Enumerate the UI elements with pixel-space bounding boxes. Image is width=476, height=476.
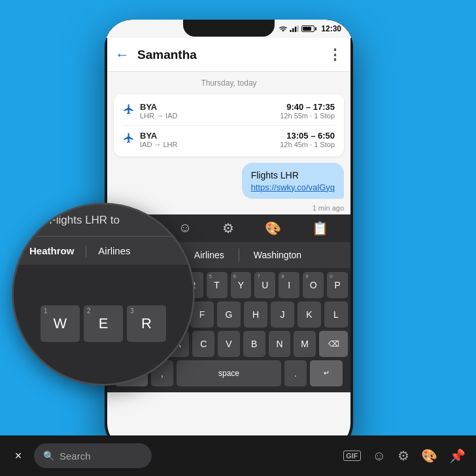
- bottom-close-icon: ×: [15, 449, 22, 463]
- magnify-key-row: 1W 2E 3R: [19, 305, 188, 342]
- key-l[interactable]: L: [324, 301, 348, 328]
- key-h[interactable]: H: [244, 301, 267, 328]
- key-m[interactable]: M: [294, 331, 316, 357]
- magnify-key-e[interactable]: 2E: [84, 305, 123, 342]
- app-header: ← Samantha ⋮: [107, 38, 350, 72]
- bottom-close-button[interactable]: ×: [10, 448, 26, 464]
- suggestion-divider-2: [239, 248, 239, 262]
- message-text: Flights LHR: [251, 169, 335, 182]
- key-j[interactable]: J: [271, 301, 294, 328]
- bottom-gif-icon[interactable]: GIF: [343, 450, 360, 461]
- key-k[interactable]: K: [298, 301, 321, 328]
- flight-row-2: BYA IAD → LHR 13:05 – 6:50 12h 45m · 1 S…: [123, 131, 335, 148]
- key-y[interactable]: 6Y: [231, 272, 252, 298]
- key-p[interactable]: 0P: [327, 272, 348, 298]
- status-time: 12:30: [321, 24, 341, 33]
- key-u[interactable]: 7U: [254, 272, 275, 298]
- flight-timing-2: 13:05 – 6:50 12h 45m · 1 Stop: [280, 131, 335, 148]
- status-icons: 12:30: [279, 24, 341, 33]
- magnify-search-icon: 🔍: [33, 215, 44, 226]
- bottom-search-bar: × 🔍 Search GIF ☺ ⚙ 🎨 📌: [0, 435, 476, 476]
- key-period[interactable]: .: [284, 360, 307, 386]
- key-v[interactable]: V: [218, 331, 240, 357]
- wifi-icon: [279, 26, 287, 32]
- back-button[interactable]: ←: [115, 46, 129, 63]
- phone-notch: [183, 20, 275, 37]
- battery-icon: [301, 26, 314, 32]
- key-n[interactable]: N: [269, 331, 291, 357]
- flight-airline-1: BYA: [140, 102, 275, 112]
- magnify-suggestions: Heathrow Airlines: [14, 236, 193, 265]
- key-g[interactable]: G: [217, 301, 241, 328]
- magnify-search-text: Flights LHR to: [49, 214, 185, 227]
- message-bubble: Flights LHR https://swky.co/valGyq: [242, 163, 344, 199]
- key-backspace[interactable]: ⌫: [319, 331, 348, 357]
- flight-info-1: BYA LHR → IAD: [140, 102, 275, 120]
- svg-point-0: [283, 31, 284, 31]
- message-container: Flights LHR https://swky.co/valGyq: [114, 163, 344, 201]
- magnify-close-icon[interactable]: ×: [22, 214, 27, 226]
- magnify-suggestion-heathrow[interactable]: Heathrow: [22, 243, 82, 259]
- magnify-content: × 🔍 Flights LHR to Heathrow Airlines 1W …: [14, 205, 193, 384]
- magnify-suggestion-airlines[interactable]: Airlines: [90, 243, 138, 259]
- key-o[interactable]: 9O: [303, 272, 324, 298]
- magnify-key-w[interactable]: 1W: [41, 305, 80, 342]
- svg-rect-2: [292, 28, 294, 32]
- flight-timing-1: 9:40 – 17:35 12h 55m · 1 Stop: [280, 102, 335, 120]
- magnify-key-r[interactable]: 3R: [127, 305, 166, 342]
- svg-rect-3: [295, 27, 297, 32]
- flight-row-1: BYA LHR → IAD 9:40 – 17:35 12h 55m · 1 S…: [123, 102, 335, 120]
- settings-icon[interactable]: ⚙: [222, 220, 234, 236]
- flight-duration-1: 12h 55m · 1 Stop: [280, 112, 335, 120]
- key-c[interactable]: C: [192, 331, 214, 357]
- flight-info-2: BYA IAD → LHR: [140, 131, 275, 148]
- magnify-circle: × 🔍 Flights LHR to Heathrow Airlines 1W …: [12, 203, 195, 386]
- palette-icon[interactable]: 🎨: [265, 220, 281, 236]
- flight-card[interactable]: BYA LHR → IAD 9:40 – 17:35 12h 55m · 1 S…: [114, 94, 344, 156]
- clipboard-icon[interactable]: 📋: [312, 220, 328, 236]
- suggestion-washington[interactable]: Washington: [245, 247, 311, 263]
- bottom-emoji-icon[interactable]: ☺: [373, 449, 386, 464]
- flight-time-2: 13:05 – 6:50: [280, 131, 335, 141]
- more-menu-icon[interactable]: ⋮: [328, 46, 343, 63]
- magnify-keys: 1W 2E 3R: [14, 265, 193, 384]
- svg-rect-4: [298, 26, 299, 32]
- signal-icon: [290, 26, 299, 32]
- airline-logo-2: [123, 132, 135, 147]
- flight-duration-2: 12h 45m · 1 Stop: [280, 141, 335, 148]
- bottom-settings-icon[interactable]: ⚙: [398, 448, 409, 464]
- airline-logo-1: [123, 103, 135, 118]
- bottom-pin-icon[interactable]: 📌: [449, 448, 466, 464]
- flight-time-1: 9:40 – 17:35: [280, 102, 335, 112]
- key-b[interactable]: B: [243, 331, 265, 357]
- flight-route-2: IAD → LHR: [140, 141, 275, 148]
- bottom-toolbar-icons: GIF ☺ ⚙ 🎨 📌: [160, 448, 466, 464]
- svg-rect-1: [290, 30, 292, 32]
- contact-name: Samantha: [137, 48, 328, 62]
- magnify-search-bar: × 🔍 Flights LHR to: [14, 205, 193, 236]
- bottom-palette-icon[interactable]: 🎨: [421, 448, 437, 464]
- key-t[interactable]: 5T: [207, 272, 228, 298]
- message-link[interactable]: https://swky.co/valGyq: [251, 182, 335, 192]
- key-return[interactable]: ↵: [310, 360, 343, 386]
- magnify-sug-divider: [86, 245, 86, 257]
- date-divider: Thursday, today: [107, 72, 350, 92]
- flight-route-1: LHR → IAD: [140, 112, 275, 120]
- key-i[interactable]: 8I: [279, 272, 299, 298]
- bottom-search-input[interactable]: 🔍 Search: [34, 443, 152, 468]
- search-icon: 🔍: [43, 450, 54, 461]
- chat-area: BYA LHR → IAD 9:40 – 17:35 12h 55m · 1 S…: [107, 92, 350, 214]
- search-placeholder: Search: [60, 450, 91, 462]
- flight-airline-2: BYA: [140, 131, 275, 141]
